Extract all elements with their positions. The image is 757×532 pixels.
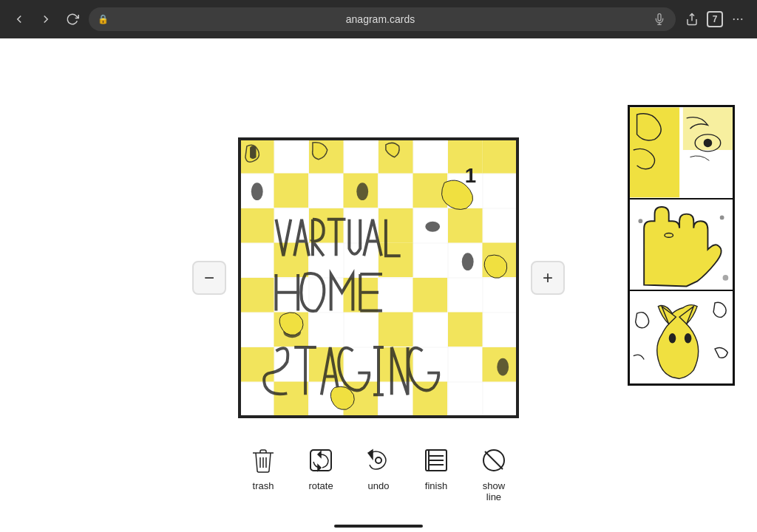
url-text: anagram.cards xyxy=(113,13,648,25)
microphone-icon[interactable] xyxy=(652,12,667,27)
finish-tool[interactable]: finish xyxy=(421,445,452,491)
svg-point-69 xyxy=(685,333,692,343)
svg-point-54 xyxy=(497,358,509,376)
svg-rect-31 xyxy=(378,208,413,243)
share-button[interactable] xyxy=(682,9,702,30)
svg-rect-41 xyxy=(448,313,483,347)
svg-rect-30 xyxy=(309,208,344,243)
svg-point-52 xyxy=(462,253,474,270)
address-bar[interactable]: 🔒 anagram.cards xyxy=(89,7,676,31)
main-content: − xyxy=(0,38,757,532)
svg-point-61 xyxy=(704,139,713,148)
toolbar: trash rotate xyxy=(248,445,509,502)
zoom-out-button[interactable]: − xyxy=(192,261,226,295)
svg-text:1: 1 xyxy=(465,164,476,187)
rotate-tool[interactable]: rotate xyxy=(305,445,336,491)
svg-point-50 xyxy=(356,183,368,200)
forward-button[interactable] xyxy=(35,9,56,30)
svg-rect-29 xyxy=(240,208,274,243)
svg-point-74 xyxy=(376,457,381,463)
svg-point-5 xyxy=(741,18,742,20)
preview-tile-3 xyxy=(630,291,733,383)
undo-tool[interactable]: undo xyxy=(363,445,394,491)
right-preview-panel xyxy=(628,105,735,386)
svg-point-65 xyxy=(720,215,724,219)
preview-tile-2 xyxy=(630,200,733,292)
artwork-canvas: 1 xyxy=(238,137,519,418)
more-options-button[interactable] xyxy=(727,9,748,30)
canvas-area: − xyxy=(192,137,565,418)
finish-label: finish xyxy=(425,480,447,491)
svg-point-66 xyxy=(723,275,729,281)
svg-rect-36 xyxy=(240,278,274,313)
reload-button[interactable] xyxy=(62,9,83,30)
back-button[interactable] xyxy=(9,9,30,30)
preview-tile-1 xyxy=(630,107,733,200)
svg-rect-42 xyxy=(240,347,274,382)
svg-point-68 xyxy=(669,333,676,343)
svg-point-49 xyxy=(251,183,263,200)
svg-rect-26 xyxy=(274,174,309,208)
rotate-icon xyxy=(305,445,336,476)
zoom-in-button[interactable]: + xyxy=(531,261,565,295)
undo-icon xyxy=(363,445,394,476)
rotate-label: rotate xyxy=(308,480,333,491)
scroll-indicator xyxy=(334,525,423,528)
finish-icon xyxy=(421,445,452,476)
tab-count[interactable]: 7 xyxy=(707,11,723,27)
show-line-icon xyxy=(478,445,509,476)
svg-rect-40 xyxy=(378,313,413,347)
show-line-tool[interactable]: showline xyxy=(478,445,509,502)
trash-tool[interactable]: trash xyxy=(248,445,279,491)
trash-label: trash xyxy=(253,480,274,491)
svg-rect-25 xyxy=(483,139,517,174)
svg-point-64 xyxy=(639,219,643,223)
svg-rect-33 xyxy=(274,243,309,278)
svg-rect-32 xyxy=(448,208,483,243)
browser-chrome: 🔒 anagram.cards 7 xyxy=(0,0,757,38)
svg-point-3 xyxy=(733,18,735,20)
svg-rect-38 xyxy=(413,278,448,313)
svg-rect-46 xyxy=(274,382,309,417)
svg-point-51 xyxy=(425,222,440,232)
svg-point-4 xyxy=(737,18,739,20)
trash-icon xyxy=(248,445,279,476)
svg-line-81 xyxy=(485,451,503,469)
svg-rect-34 xyxy=(378,243,413,278)
browser-actions: 7 xyxy=(682,9,748,30)
lock-icon: 🔒 xyxy=(98,14,109,24)
undo-label: undo xyxy=(368,480,390,491)
show-line-label: showline xyxy=(483,480,505,502)
